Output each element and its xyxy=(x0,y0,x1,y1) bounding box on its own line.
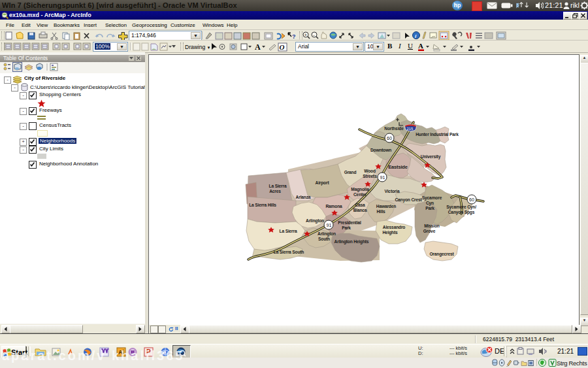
svg-text:Arlington: Arlington xyxy=(306,218,324,224)
svg-text:Ramona: Ramona xyxy=(325,204,342,209)
svg-text:La Sierra: La Sierra xyxy=(269,184,287,188)
svg-text:Grand: Grand xyxy=(344,170,357,175)
svg-text:60: 60 xyxy=(387,136,392,141)
svg-text:Hunter Industrial Park: Hunter Industrial Park xyxy=(416,132,459,137)
svg-text:A: A xyxy=(255,42,261,52)
svg-text:Alessandro: Alessandro xyxy=(383,225,406,229)
svg-text:Canyon Spgs: Canyon Spgs xyxy=(448,210,475,215)
svg-text:91: 91 xyxy=(327,223,332,227)
svg-text:Arlington: Arlington xyxy=(318,231,336,237)
svg-text:Canyon Crest: Canyon Crest xyxy=(395,197,422,203)
svg-text:91: 91 xyxy=(380,175,385,180)
svg-text:Casa: Casa xyxy=(355,203,365,207)
svg-text:Sycamore Cyn/: Sycamore Cyn/ xyxy=(446,205,476,210)
svg-text:Sycamore: Sycamore xyxy=(422,195,442,201)
svg-text:La Sierra: La Sierra xyxy=(280,229,297,233)
svg-text:Hawarden: Hawarden xyxy=(376,204,396,209)
svg-text:60: 60 xyxy=(469,197,474,202)
svg-text:Downtown: Downtown xyxy=(370,148,391,152)
svg-text:Orangecrest: Orangecrest xyxy=(429,252,454,257)
svg-text:Mission: Mission xyxy=(424,224,440,228)
svg-text:Grove: Grove xyxy=(423,229,436,233)
svg-text:South: South xyxy=(318,237,330,241)
svg-text:Streets: Streets xyxy=(363,174,377,178)
svg-text:215: 215 xyxy=(407,127,414,131)
svg-text:Wood: Wood xyxy=(364,169,376,173)
svg-text:Center: Center xyxy=(353,192,367,197)
svg-text:Magnolia: Magnolia xyxy=(351,187,369,192)
svg-text:+: + xyxy=(304,33,307,37)
svg-text:Northside: Northside xyxy=(384,126,404,131)
svg-text:Eastside: Eastside xyxy=(388,164,408,170)
svg-text:Cyn: Cyn xyxy=(426,201,434,206)
svg-text:Arlanza: Arlanza xyxy=(296,195,311,199)
svg-text:University: University xyxy=(421,154,441,159)
svg-text:A: A xyxy=(418,42,423,50)
svg-text:Acres: Acres xyxy=(269,189,281,193)
svg-text:Heights: Heights xyxy=(382,230,398,235)
svg-text:La Sierra Hills: La Sierra Hills xyxy=(249,203,276,207)
svg-text:Presidential: Presidential xyxy=(338,220,361,225)
svg-text:O: O xyxy=(280,43,285,51)
svg-text:?: ? xyxy=(292,33,296,40)
svg-text:Airport: Airport xyxy=(316,180,330,186)
svg-text:Victoria: Victoria xyxy=(385,189,400,193)
svg-text:Blanca: Blanca xyxy=(353,208,367,212)
svg-text:La Sierra South: La Sierra South xyxy=(274,250,304,254)
svg-text:Park: Park xyxy=(425,206,434,210)
svg-text:Park: Park xyxy=(342,226,351,230)
svg-text:Arlington Heights: Arlington Heights xyxy=(335,239,369,244)
svg-text:Hills: Hills xyxy=(376,209,385,214)
